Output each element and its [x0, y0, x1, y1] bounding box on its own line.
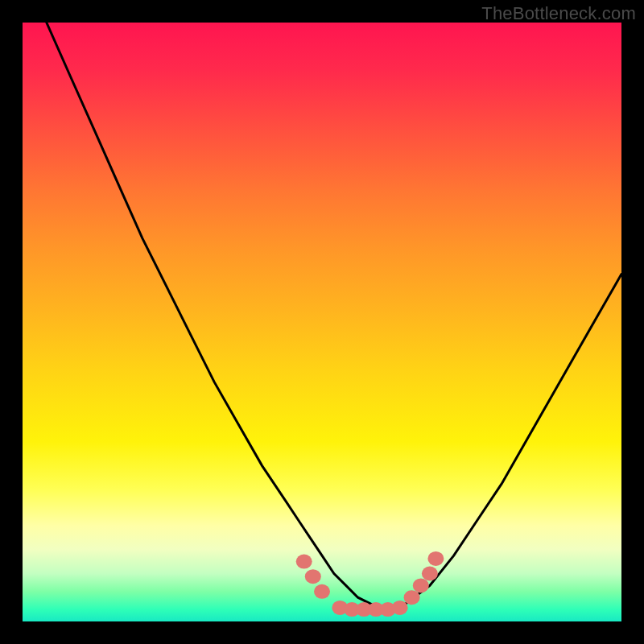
bottleneck-curve [47, 23, 621, 609]
chart-frame: TheBottleneck.com [0, 0, 644, 644]
curve-marker [296, 555, 312, 569]
bottleneck-curve-svg [23, 23, 621, 621]
curve-marker [413, 578, 429, 592]
curve-markers [296, 551, 444, 617]
plot-area [23, 23, 621, 621]
curve-marker [314, 584, 330, 599]
watermark-text: TheBottleneck.com [481, 3, 636, 24]
curve-marker [305, 569, 321, 584]
curve-marker [404, 590, 420, 605]
curve-marker [392, 601, 408, 615]
curve-marker [427, 551, 444, 566]
curve-marker [422, 567, 438, 581]
